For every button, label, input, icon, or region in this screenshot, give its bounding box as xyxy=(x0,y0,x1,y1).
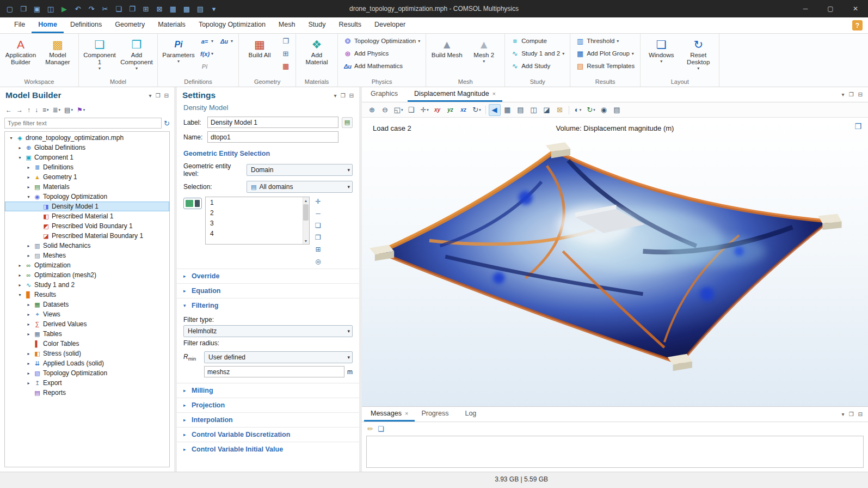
open-file-icon[interactable]: ❒ xyxy=(17,2,30,15)
parameters-button[interactable]: PiParameters▾ xyxy=(161,35,196,65)
tree-item-geometry-1[interactable]: ▸ ▲ Geometry 1 xyxy=(5,172,169,182)
study-1-and-2-button[interactable]: ∿Study 1 and 2▾ xyxy=(508,47,567,60)
parameter-case-button[interactable]: Pi xyxy=(198,60,216,72)
close-tab-icon[interactable]: × xyxy=(405,410,408,417)
section-projection[interactable]: ▸ Projection xyxy=(177,398,359,412)
menu-geometry[interactable]: Geometry xyxy=(108,17,151,33)
add-to-selection-button[interactable]: ✛ xyxy=(313,197,323,206)
selection-domain-1[interactable]: 1 xyxy=(206,197,309,208)
add-material-button[interactable]: ❖Add Material xyxy=(299,35,335,67)
play-sound-button[interactable]: ◀ xyxy=(489,104,501,116)
expander-icon[interactable]: ▸ xyxy=(26,302,32,307)
selection-list[interactable]: 1234 ▲ ▼ xyxy=(205,197,310,245)
menu-materials[interactable]: Materials xyxy=(151,17,192,33)
expander-icon[interactable]: ▸ xyxy=(26,175,32,180)
table-icon[interactable]: ▦ xyxy=(167,2,180,15)
selection-scrollbar[interactable]: ▲ ▼ xyxy=(303,197,309,244)
tree-item-prescribed-material-boundary-1[interactable]: ◪ Prescribed Material Boundary 1 xyxy=(5,231,169,241)
add-physics-button[interactable]: ⊛Add Physics xyxy=(341,47,423,60)
expander-icon[interactable]: ▸ xyxy=(26,332,32,337)
transparency-button[interactable]: ◫ xyxy=(528,104,540,116)
panel-menu-icon[interactable]: ▾ xyxy=(842,411,845,417)
tab-log[interactable]: Log xyxy=(458,407,486,422)
tree-item-datasets[interactable]: ▸ ▦ Datasets xyxy=(5,300,169,309)
menu-home[interactable]: Home xyxy=(32,17,64,33)
windows-button[interactable]: ❏Windows▾ xyxy=(643,35,679,65)
go-to-default-view-button[interactable]: ✛▾ xyxy=(418,104,430,116)
tree-item-meshes[interactable]: ▸ ▨ Meshes xyxy=(5,251,169,260)
result-templates-button[interactable]: ▤Result Templates xyxy=(573,60,637,72)
variables-button[interactable]: a=▾ xyxy=(198,35,216,47)
expander-icon[interactable]: ▸ xyxy=(26,243,32,248)
add-component-button[interactable]: ❒Add Component▾ xyxy=(119,35,155,72)
copy-selection-button[interactable]: ❏ xyxy=(313,221,323,230)
tree-item-topology-optimization-results[interactable]: ▸ ▧ Topology Optimization xyxy=(5,368,169,378)
redo-icon[interactable]: ↷ xyxy=(85,2,98,15)
view-xz-button[interactable]: xz xyxy=(458,104,470,116)
selection-select[interactable]: ▤ All domains ▾ xyxy=(247,181,353,193)
tree-item-tables[interactable]: ▸ ▦ Tables xyxy=(5,329,169,339)
menu-topology-optimization[interactable]: Topology Optimization xyxy=(192,17,272,33)
section-milling[interactable]: ▸ Milling xyxy=(177,383,359,398)
expander-icon[interactable]: ▸ xyxy=(26,351,32,356)
expander-icon[interactable]: ▸ xyxy=(26,361,32,366)
geometry-insert-button[interactable]: ⊞ xyxy=(279,47,293,60)
view-yz-button[interactable]: yz xyxy=(445,104,457,116)
node-order-button[interactable]: ▤▾ xyxy=(63,106,74,114)
float-panel-icon[interactable]: ❐ xyxy=(156,93,161,99)
graphics-canvas[interactable]: Load case 2 Volume: Displacement magnitu… xyxy=(362,118,868,406)
save-icon[interactable]: ▣ xyxy=(30,2,44,15)
copy-messages-button[interactable]: ❏ xyxy=(378,425,384,433)
snapshot-button[interactable]: ◉ xyxy=(598,104,610,116)
section-control-variable-initial-value[interactable]: ▸ Control Variable Initial Value xyxy=(177,442,359,456)
model-manager-button[interactable]: ▩Model Manager xyxy=(40,35,76,67)
plot-settings-icon[interactable]: ❒ xyxy=(854,122,861,131)
application-builder-button[interactable]: AApplication Builder xyxy=(3,35,39,67)
move-up-button[interactable]: ↑ xyxy=(26,106,32,114)
zoom-box-button[interactable]: ❑ xyxy=(405,104,417,116)
tree-filter-input[interactable] xyxy=(4,118,162,129)
panel-menu-icon[interactable]: ▾ xyxy=(842,91,845,97)
zoom-extents-button[interactable]: ◱▾ xyxy=(392,104,404,116)
expander-icon[interactable]: ▾ xyxy=(17,292,23,297)
back-button[interactable]: ← xyxy=(4,106,14,114)
mesh-2-button[interactable]: ▲Mesh 2▾ xyxy=(466,35,502,65)
maximize-button[interactable]: ▢ xyxy=(818,0,843,17)
panel-menu-icon[interactable]: ▾ xyxy=(334,93,337,99)
clipping-button[interactable]: ◪ xyxy=(541,104,553,116)
reset-desktop-button[interactable]: ↻Reset Desktop▾ xyxy=(680,35,716,72)
tree-item-optimization-mesh2[interactable]: ▸ ∞ Optimization (mesh2) xyxy=(5,270,169,280)
pin-panel-icon[interactable]: ⊟ xyxy=(164,93,169,99)
selection-domain-4[interactable]: 4 xyxy=(206,228,309,239)
tree-item-component-1[interactable]: ▾ ▣ Component 1 xyxy=(5,152,169,162)
nonlocal-couplings-button[interactable]: Δu▾ xyxy=(217,35,236,47)
menu-developer[interactable]: Developer xyxy=(368,17,412,33)
expander-icon[interactable]: ▾ xyxy=(17,155,23,160)
show-grid-button[interactable]: ▦ xyxy=(502,104,514,116)
toolbar-separator[interactable] xyxy=(485,106,486,114)
tree-item-applied-loads-solid[interactable]: ▸ ⇊ Applied Loads (solid) xyxy=(5,358,169,368)
scroll-down-icon[interactable]: ▼ xyxy=(303,237,309,244)
pin-panel-icon[interactable]: ⊟ xyxy=(858,91,863,97)
add-plot-group-button[interactable]: ▦Add Plot Group▾ xyxy=(573,47,637,60)
scrollbar-thumb[interactable] xyxy=(303,204,309,221)
expander-icon[interactable]: ▸ xyxy=(26,322,32,327)
compute-button[interactable]: ≡Compute xyxy=(508,35,567,47)
print-button[interactable]: ▤ xyxy=(611,104,623,116)
tree-item-global-definitions[interactable]: ▸ ⊕ Global Definitions xyxy=(5,143,169,152)
filter-type-select[interactable]: Helmholtz ▾ xyxy=(183,325,353,337)
expander-icon[interactable]: ▸ xyxy=(26,381,32,386)
run-icon[interactable]: ▶ xyxy=(58,2,71,15)
expander-icon[interactable]: ▸ xyxy=(26,253,32,258)
geometry-import-button[interactable]: ❐ xyxy=(279,35,293,47)
float-panel-icon[interactable]: ❐ xyxy=(849,91,854,97)
menu-study[interactable]: Study xyxy=(301,17,332,33)
geometry-defeature-button[interactable]: ▦ xyxy=(279,60,293,72)
tree-item-density-model-1[interactable]: ◨ Density Model 1 xyxy=(5,202,169,211)
float-panel-icon[interactable]: ❐ xyxy=(849,411,854,417)
tab-graphics[interactable]: Graphics xyxy=(364,87,408,102)
float-panel-icon[interactable]: ❐ xyxy=(341,93,346,99)
add-study-button[interactable]: ∿Add Study xyxy=(508,60,567,72)
model-filter-button[interactable]: ⚑▾ xyxy=(76,106,86,114)
tab-progress[interactable]: Progress xyxy=(415,407,458,422)
